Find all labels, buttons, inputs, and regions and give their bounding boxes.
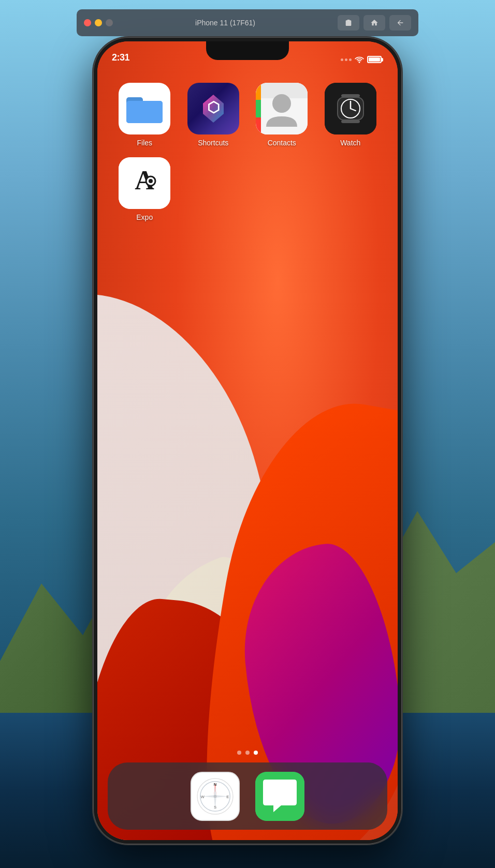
titlebar: iPhone 11 (17F61) xyxy=(77,9,418,36)
svg-point-9 xyxy=(272,94,291,113)
svg-point-20 xyxy=(149,179,153,183)
watch-icon-svg xyxy=(325,83,376,134)
battery-fill xyxy=(369,57,380,62)
files-icon-svg xyxy=(126,95,163,123)
app-item-contacts[interactable]: Contacts xyxy=(250,83,314,147)
app-label-shortcuts: Shortcuts xyxy=(198,139,228,147)
signal-dots xyxy=(341,58,352,61)
status-icons xyxy=(341,56,383,63)
app-icon-watch xyxy=(325,83,376,134)
svg-text:N: N xyxy=(214,782,217,786)
battery-cap xyxy=(382,58,383,62)
svg-rect-8 xyxy=(256,117,261,134)
app-item-watch[interactable]: Watch xyxy=(319,83,383,147)
traffic-lights xyxy=(84,19,113,26)
contacts-icon-svg xyxy=(256,83,308,134)
dock-icon-safari[interactable]: N S W E xyxy=(191,772,240,821)
dock-icon-messages[interactable] xyxy=(255,772,304,821)
app-item-files[interactable]: Files xyxy=(113,83,177,147)
app-label-contacts: Contacts xyxy=(268,139,296,147)
app-grid: Files ⬡ xyxy=(97,72,398,232)
battery-body xyxy=(367,56,382,63)
iphone-frame: 2:31 xyxy=(93,37,402,844)
shortcuts-icon-svg: ⬡ xyxy=(195,91,231,127)
signal-dot-2 xyxy=(345,58,347,61)
page-dot-1 xyxy=(237,751,241,755)
app-label-expo: Expo xyxy=(136,213,153,221)
svg-text:S: S xyxy=(214,804,216,809)
app-icon-contacts xyxy=(256,83,308,134)
page-dot-2 xyxy=(245,751,250,755)
minimize-button[interactable] xyxy=(95,19,102,26)
home-icon xyxy=(370,19,378,27)
app-icon-expo: A xyxy=(119,157,170,209)
app-label-files: Files xyxy=(137,139,152,147)
safari-icon-svg: N S W E xyxy=(192,772,239,821)
titlebar-buttons xyxy=(338,15,411,31)
svg-text:W: W xyxy=(200,794,205,799)
app-icon-shortcuts: ⬡ xyxy=(187,83,239,134)
svg-text:E: E xyxy=(226,794,229,799)
status-time: 2:31 xyxy=(112,52,129,63)
app-item-shortcuts[interactable]: ⬡ Shortcuts xyxy=(182,83,245,147)
camera-icon xyxy=(344,19,353,27)
expo-icon-svg: A xyxy=(119,157,170,209)
app-icon-files xyxy=(119,83,170,134)
app-item-expo[interactable]: A Expo xyxy=(113,157,177,221)
close-button[interactable] xyxy=(84,19,91,26)
iphone-screen: 2:31 xyxy=(97,41,398,840)
zoom-button[interactable] xyxy=(106,19,113,26)
svg-rect-7 xyxy=(256,100,261,117)
wifi-icon xyxy=(355,56,364,63)
signal-dot-3 xyxy=(349,58,352,61)
page-dot-3 xyxy=(254,751,258,755)
dock: N S W E xyxy=(108,762,387,830)
home-button[interactable] xyxy=(363,15,385,31)
screenshot-button[interactable] xyxy=(338,15,359,31)
svg-rect-2 xyxy=(126,101,163,123)
svg-rect-6 xyxy=(256,83,261,100)
svg-point-32 xyxy=(214,795,217,798)
signal-dot-1 xyxy=(341,58,343,61)
page-indicator xyxy=(97,751,398,755)
back-button[interactable] xyxy=(389,15,411,31)
battery-indicator xyxy=(367,56,383,63)
app-label-watch: Watch xyxy=(340,139,360,147)
titlebar-title: iPhone 11 (17F61) xyxy=(118,19,332,27)
messages-icon-svg xyxy=(255,772,304,821)
svg-text:⬡: ⬡ xyxy=(207,99,220,115)
notch xyxy=(206,41,289,60)
back-icon xyxy=(396,19,404,27)
